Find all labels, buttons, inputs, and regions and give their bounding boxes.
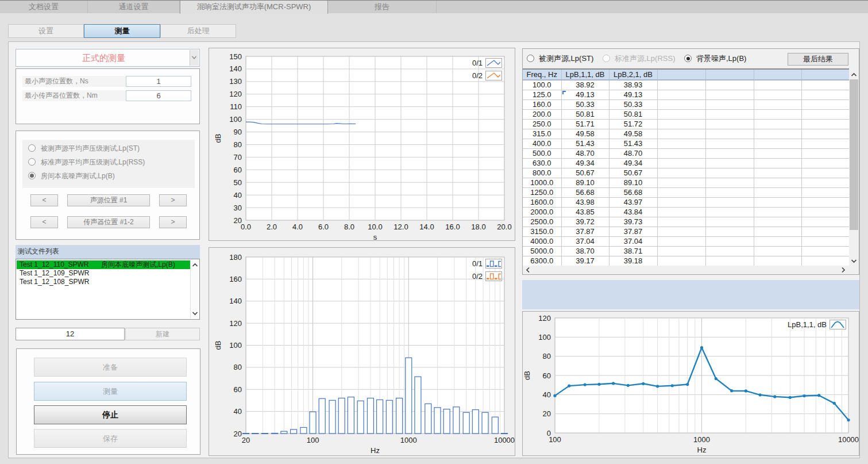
table-cell[interactable] bbox=[754, 197, 801, 207]
table-cell[interactable] bbox=[705, 99, 754, 109]
position-next-button[interactable]: > bbox=[159, 194, 187, 206]
scroll-down-icon[interactable] bbox=[191, 309, 199, 317]
table-cell[interactable] bbox=[657, 227, 705, 236]
table-cell[interactable] bbox=[705, 139, 754, 148]
table-cell[interactable]: 48.70 bbox=[561, 148, 609, 158]
table-cell[interactable] bbox=[657, 187, 705, 197]
table-cell[interactable] bbox=[705, 256, 754, 266]
table-cell[interactable] bbox=[657, 99, 705, 109]
table-cell[interactable]: 500.0 bbox=[523, 148, 561, 158]
table-cell[interactable] bbox=[657, 178, 705, 187]
table-cell[interactable] bbox=[705, 178, 754, 187]
table-cell[interactable]: 89.10 bbox=[561, 178, 609, 187]
table-cell[interactable]: 50.67 bbox=[609, 168, 657, 178]
param-value-input[interactable]: 1 bbox=[126, 76, 191, 87]
table-cell[interactable] bbox=[801, 158, 849, 168]
table-cell[interactable]: 1000.0 bbox=[523, 178, 561, 187]
table-cell[interactable]: 37.87 bbox=[609, 227, 657, 236]
action-button-1[interactable]: 准备 bbox=[34, 358, 187, 377]
table-cell[interactable] bbox=[754, 139, 801, 148]
measure-mode-dropdown[interactable]: 正式的测量 bbox=[16, 49, 200, 67]
table-cell[interactable]: 43.85 bbox=[561, 207, 609, 217]
table-cell[interactable] bbox=[754, 80, 801, 90]
table-cell[interactable] bbox=[754, 129, 801, 139]
table-cell[interactable]: 38.93 bbox=[609, 80, 657, 90]
table-cell[interactable] bbox=[657, 197, 705, 207]
table-cell[interactable] bbox=[801, 119, 849, 129]
table-cell[interactable]: 51.43 bbox=[609, 139, 657, 148]
table-cell[interactable] bbox=[705, 90, 754, 99]
table-cell[interactable] bbox=[705, 129, 754, 139]
table-cell[interactable] bbox=[705, 236, 754, 246]
table-cell[interactable]: 49.58 bbox=[561, 129, 609, 139]
action-button-3[interactable]: 停止 bbox=[34, 405, 187, 424]
table-cell[interactable] bbox=[754, 236, 801, 246]
table-cell[interactable] bbox=[705, 119, 754, 129]
table-cell[interactable] bbox=[657, 158, 705, 168]
table-cell[interactable] bbox=[801, 227, 849, 236]
table-cell[interactable]: 51.43 bbox=[561, 139, 609, 148]
table-cell[interactable] bbox=[657, 119, 705, 129]
file-list-scrollbar[interactable] bbox=[190, 260, 199, 319]
table-cell[interactable] bbox=[657, 90, 705, 99]
table-cell[interactable]: 50.33 bbox=[561, 99, 609, 109]
table-cell[interactable] bbox=[657, 148, 705, 158]
table-cell[interactable] bbox=[657, 168, 705, 178]
table-cell[interactable] bbox=[705, 197, 754, 207]
table-cell[interactable]: 37.87 bbox=[561, 227, 609, 236]
file-number-input[interactable]: 12 bbox=[16, 328, 125, 340]
table-vertical-scrollbar[interactable] bbox=[849, 70, 859, 266]
table-cell[interactable]: 630.0 bbox=[523, 158, 561, 168]
table-cell[interactable] bbox=[754, 187, 801, 197]
test-file-list[interactable]: Test 1_12_110_SPWR房间本底噪声测试,Lp(B)Test 1_1… bbox=[16, 259, 200, 320]
table-cell[interactable] bbox=[801, 168, 849, 178]
table-cell[interactable] bbox=[705, 187, 754, 197]
table-cell[interactable] bbox=[801, 90, 849, 99]
table-cell[interactable] bbox=[801, 129, 849, 139]
scroll-up-icon[interactable] bbox=[849, 71, 859, 78]
table-cell[interactable] bbox=[657, 207, 705, 217]
table-cell[interactable] bbox=[801, 178, 849, 187]
scroll-up-icon[interactable] bbox=[191, 261, 199, 269]
table-cell[interactable]: 2000.0 bbox=[523, 207, 561, 217]
table-cell[interactable] bbox=[657, 256, 705, 266]
table-cell[interactable] bbox=[754, 256, 801, 266]
table-cell[interactable] bbox=[801, 139, 849, 148]
table-cell[interactable]: 39.18 bbox=[609, 256, 657, 266]
table-cell[interactable]: 50.81 bbox=[609, 109, 657, 119]
table-cell[interactable]: 39.72 bbox=[561, 217, 609, 227]
table-cell[interactable]: 39.17 bbox=[561, 256, 609, 266]
table-cell[interactable] bbox=[754, 90, 801, 99]
table-cell[interactable] bbox=[754, 109, 801, 119]
table-cell[interactable] bbox=[657, 80, 705, 90]
table-cell[interactable]: 1250.0 bbox=[523, 187, 561, 197]
table-cell[interactable] bbox=[801, 187, 849, 197]
microphone-position-button[interactable]: 传声器位置 #1-2 bbox=[67, 216, 150, 228]
scrollbar-thumb[interactable] bbox=[850, 79, 858, 230]
table-cell[interactable] bbox=[754, 217, 801, 227]
list-item[interactable]: Test 1_12_109_SPWR bbox=[17, 269, 191, 278]
main-tab-1[interactable]: 文档设置 bbox=[0, 1, 88, 13]
table-cell[interactable]: 125.0 bbox=[523, 90, 561, 99]
table-cell[interactable]: 50.81 bbox=[561, 109, 609, 119]
table-cell[interactable]: 37.04 bbox=[561, 236, 609, 246]
table-cell[interactable]: 49.34 bbox=[561, 158, 609, 168]
table-cell[interactable]: 6300.0 bbox=[523, 256, 561, 266]
table-cell[interactable] bbox=[705, 148, 754, 158]
scroll-down-icon[interactable] bbox=[849, 257, 859, 264]
table-cell[interactable]: 48.70 bbox=[609, 148, 657, 158]
position-next-button[interactable]: > bbox=[159, 216, 187, 228]
source-position-button[interactable]: 声源位置 #1 bbox=[67, 194, 150, 206]
table-cell[interactable] bbox=[657, 217, 705, 227]
table-cell[interactable] bbox=[705, 246, 754, 256]
table-cell[interactable] bbox=[801, 246, 849, 256]
table-cell[interactable] bbox=[705, 109, 754, 119]
main-tab-2[interactable]: 通道设置 bbox=[88, 1, 180, 13]
table-cell[interactable] bbox=[657, 139, 705, 148]
table-cell[interactable]: 100.0 bbox=[523, 80, 561, 90]
table-cell[interactable] bbox=[705, 158, 754, 168]
table-cell[interactable]: 51.72 bbox=[609, 119, 657, 129]
table-horizontal-scrollbar[interactable] bbox=[523, 266, 849, 274]
table-cell[interactable] bbox=[754, 119, 801, 129]
list-item[interactable]: Test 1_12_110_SPWR房间本底噪声测试,Lp(B) bbox=[17, 260, 191, 269]
